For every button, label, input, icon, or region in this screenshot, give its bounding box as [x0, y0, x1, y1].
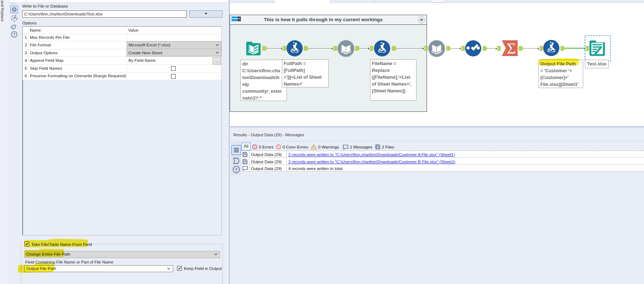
svg-text:Σ: Σ — [507, 40, 516, 56]
svg-text:?: ? — [235, 168, 238, 172]
